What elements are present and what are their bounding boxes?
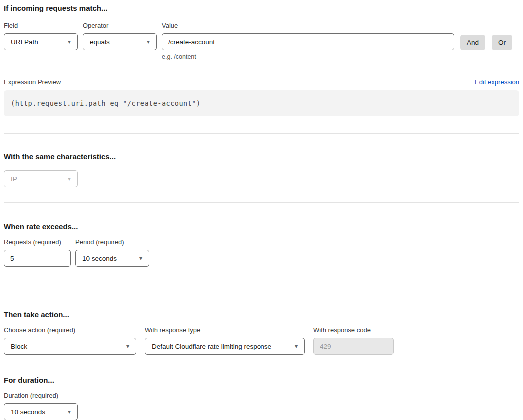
response-type-select[interactable]: Default Cloudflare rate limiting respons… <box>145 338 305 355</box>
expression-preview-label: Expression Preview <box>4 78 61 86</box>
field-label: Field <box>4 22 78 30</box>
response-type-select-value: Default Cloudflare rate limiting respons… <box>152 343 271 350</box>
duration-label: Duration (required) <box>4 392 519 400</box>
expression-preview-row: Expression Preview Edit expression <box>4 78 519 86</box>
match-condition-row: Field URI Path ▾ Operator equals ▾ Value… <box>4 22 519 61</box>
section-divider <box>4 290 519 290</box>
expression-preview-box: (http.request.uri.path eq "/create-accou… <box>4 90 519 116</box>
duration-select[interactable]: 10 seconds ▾ <box>4 403 78 420</box>
value-group: Value e.g. /content <box>162 22 454 61</box>
response-code-input <box>313 338 394 355</box>
operator-group: Operator equals ▾ <box>83 22 157 50</box>
and-or-buttons: And Or <box>460 34 512 51</box>
response-code-label: With response code <box>313 326 394 334</box>
edit-expression-link[interactable]: Edit expression <box>475 78 519 86</box>
section-title-rate: When rate exceeds... <box>4 222 519 231</box>
value-hint: e.g. /content <box>162 53 454 61</box>
period-group: Period (required) 10 seconds ▾ <box>75 238 149 267</box>
field-group: Field URI Path ▾ <box>4 22 78 50</box>
choose-action-group: Choose action (required) Block ▾ <box>4 326 136 355</box>
duration-select-value: 10 seconds <box>11 408 45 416</box>
operator-label: Operator <box>83 22 157 30</box>
chevron-down-icon: ▾ <box>68 409 71 415</box>
chevron-down-icon: ▾ <box>147 39 150 45</box>
section-divider <box>4 133 519 134</box>
choose-action-select-value: Block <box>11 343 27 350</box>
duration-group: Duration (required) 10 seconds ▾ <box>4 392 519 420</box>
characteristic-select: IP ▾ <box>4 170 78 187</box>
section-title-action: Then take action... <box>4 310 519 319</box>
requests-group: Requests (required) <box>4 238 71 267</box>
chevron-down-icon: ▾ <box>126 343 129 349</box>
value-input[interactable] <box>162 33 454 50</box>
field-select-value: URI Path <box>11 38 38 46</box>
section-title-characteristics: With the same characteristics... <box>4 152 519 161</box>
section-title-match: If incoming requests match... <box>4 4 519 13</box>
expression-code: (http.request.uri.path eq "/create-accou… <box>11 99 201 107</box>
value-label: Value <box>162 22 454 30</box>
requests-label: Requests (required) <box>4 238 71 246</box>
section-title-duration: For duration... <box>4 376 519 385</box>
period-label: Period (required) <box>75 238 149 246</box>
and-button[interactable]: And <box>460 35 485 50</box>
chevron-down-icon: ▾ <box>68 39 71 45</box>
choose-action-label: Choose action (required) <box>4 326 136 334</box>
requests-input[interactable] <box>4 250 71 267</box>
action-row: Choose action (required) Block ▾ With re… <box>4 326 519 355</box>
chevron-down-icon: ▾ <box>295 343 298 349</box>
rate-row: Requests (required) Period (required) 10… <box>4 238 519 267</box>
response-type-group: With response type Default Cloudflare ra… <box>145 326 305 355</box>
or-button[interactable]: Or <box>492 35 512 50</box>
characteristic-select-value: IP <box>11 175 17 183</box>
section-divider <box>4 202 519 203</box>
response-type-label: With response type <box>145 326 305 334</box>
chevron-down-icon: ▾ <box>68 176 71 182</box>
chevron-down-icon: ▾ <box>139 255 142 261</box>
operator-select[interactable]: equals ▾ <box>83 33 157 50</box>
field-select[interactable]: URI Path ▾ <box>4 33 78 50</box>
choose-action-select[interactable]: Block ▾ <box>4 338 136 355</box>
period-select[interactable]: 10 seconds ▾ <box>75 250 149 267</box>
operator-select-value: equals <box>90 38 110 46</box>
period-select-value: 10 seconds <box>82 255 117 262</box>
response-code-group: With response code <box>313 326 394 355</box>
